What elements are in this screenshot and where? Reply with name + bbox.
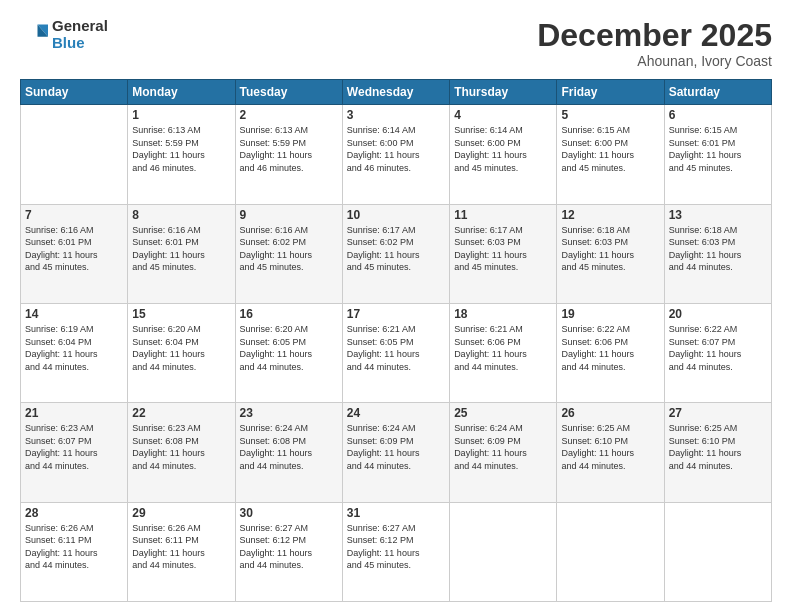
calendar-cell: 29Sunrise: 6:26 AMSunset: 6:11 PMDayligh… (128, 502, 235, 601)
cell-info: Sunrise: 6:20 AMSunset: 6:05 PMDaylight:… (240, 323, 338, 373)
calendar-cell: 20Sunrise: 6:22 AMSunset: 6:07 PMDayligh… (664, 303, 771, 402)
cell-info: Sunrise: 6:21 AMSunset: 6:06 PMDaylight:… (454, 323, 552, 373)
cell-info: Sunrise: 6:25 AMSunset: 6:10 PMDaylight:… (561, 422, 659, 472)
calendar-header-row: SundayMondayTuesdayWednesdayThursdayFrid… (21, 80, 772, 105)
cell-info: Sunrise: 6:16 AMSunset: 6:02 PMDaylight:… (240, 224, 338, 274)
day-header-sunday: Sunday (21, 80, 128, 105)
calendar-cell: 16Sunrise: 6:20 AMSunset: 6:05 PMDayligh… (235, 303, 342, 402)
day-number: 13 (669, 208, 767, 222)
location-subtitle: Ahounan, Ivory Coast (537, 53, 772, 69)
cell-info: Sunrise: 6:26 AMSunset: 6:11 PMDaylight:… (132, 522, 230, 572)
day-header-friday: Friday (557, 80, 664, 105)
calendar-cell: 12Sunrise: 6:18 AMSunset: 6:03 PMDayligh… (557, 204, 664, 303)
calendar-cell: 9Sunrise: 6:16 AMSunset: 6:02 PMDaylight… (235, 204, 342, 303)
day-number: 16 (240, 307, 338, 321)
calendar-cell: 18Sunrise: 6:21 AMSunset: 6:06 PMDayligh… (450, 303, 557, 402)
day-number: 31 (347, 506, 445, 520)
cell-info: Sunrise: 6:23 AMSunset: 6:07 PMDaylight:… (25, 422, 123, 472)
day-number: 14 (25, 307, 123, 321)
day-number: 11 (454, 208, 552, 222)
cell-info: Sunrise: 6:27 AMSunset: 6:12 PMDaylight:… (347, 522, 445, 572)
calendar-cell: 21Sunrise: 6:23 AMSunset: 6:07 PMDayligh… (21, 403, 128, 502)
cell-info: Sunrise: 6:17 AMSunset: 6:03 PMDaylight:… (454, 224, 552, 274)
day-number: 26 (561, 406, 659, 420)
calendar-cell: 19Sunrise: 6:22 AMSunset: 6:06 PMDayligh… (557, 303, 664, 402)
cell-info: Sunrise: 6:22 AMSunset: 6:07 PMDaylight:… (669, 323, 767, 373)
title-block: December 2025 Ahounan, Ivory Coast (537, 18, 772, 69)
page: General Blue December 2025 Ahounan, Ivor… (0, 0, 792, 612)
cell-info: Sunrise: 6:24 AMSunset: 6:09 PMDaylight:… (347, 422, 445, 472)
cell-info: Sunrise: 6:16 AMSunset: 6:01 PMDaylight:… (132, 224, 230, 274)
cell-info: Sunrise: 6:19 AMSunset: 6:04 PMDaylight:… (25, 323, 123, 373)
day-header-wednesday: Wednesday (342, 80, 449, 105)
day-number: 9 (240, 208, 338, 222)
calendar: SundayMondayTuesdayWednesdayThursdayFrid… (20, 79, 772, 602)
calendar-cell: 5Sunrise: 6:15 AMSunset: 6:00 PMDaylight… (557, 105, 664, 204)
calendar-cell: 17Sunrise: 6:21 AMSunset: 6:05 PMDayligh… (342, 303, 449, 402)
cell-info: Sunrise: 6:24 AMSunset: 6:08 PMDaylight:… (240, 422, 338, 472)
calendar-week-row: 28Sunrise: 6:26 AMSunset: 6:11 PMDayligh… (21, 502, 772, 601)
day-number: 7 (25, 208, 123, 222)
day-number: 20 (669, 307, 767, 321)
day-number: 30 (240, 506, 338, 520)
day-number: 27 (669, 406, 767, 420)
calendar-cell: 1Sunrise: 6:13 AMSunset: 5:59 PMDaylight… (128, 105, 235, 204)
cell-info: Sunrise: 6:18 AMSunset: 6:03 PMDaylight:… (561, 224, 659, 274)
month-title: December 2025 (537, 18, 772, 53)
calendar-cell: 28Sunrise: 6:26 AMSunset: 6:11 PMDayligh… (21, 502, 128, 601)
logo: General Blue (20, 18, 108, 51)
logo-text: General Blue (52, 18, 108, 51)
calendar-cell: 13Sunrise: 6:18 AMSunset: 6:03 PMDayligh… (664, 204, 771, 303)
day-header-thursday: Thursday (450, 80, 557, 105)
cell-info: Sunrise: 6:23 AMSunset: 6:08 PMDaylight:… (132, 422, 230, 472)
cell-info: Sunrise: 6:24 AMSunset: 6:09 PMDaylight:… (454, 422, 552, 472)
calendar-cell: 22Sunrise: 6:23 AMSunset: 6:08 PMDayligh… (128, 403, 235, 502)
day-number: 21 (25, 406, 123, 420)
header: General Blue December 2025 Ahounan, Ivor… (20, 18, 772, 69)
day-number: 22 (132, 406, 230, 420)
day-number: 24 (347, 406, 445, 420)
cell-info: Sunrise: 6:15 AMSunset: 6:00 PMDaylight:… (561, 124, 659, 174)
cell-info: Sunrise: 6:14 AMSunset: 6:00 PMDaylight:… (454, 124, 552, 174)
calendar-cell: 30Sunrise: 6:27 AMSunset: 6:12 PMDayligh… (235, 502, 342, 601)
day-number: 29 (132, 506, 230, 520)
calendar-cell: 6Sunrise: 6:15 AMSunset: 6:01 PMDaylight… (664, 105, 771, 204)
logo-blue: Blue (52, 35, 108, 52)
day-number: 4 (454, 108, 552, 122)
cell-info: Sunrise: 6:14 AMSunset: 6:00 PMDaylight:… (347, 124, 445, 174)
cell-info: Sunrise: 6:13 AMSunset: 5:59 PMDaylight:… (240, 124, 338, 174)
calendar-week-row: 7Sunrise: 6:16 AMSunset: 6:01 PMDaylight… (21, 204, 772, 303)
calendar-cell: 3Sunrise: 6:14 AMSunset: 6:00 PMDaylight… (342, 105, 449, 204)
day-number: 3 (347, 108, 445, 122)
cell-info: Sunrise: 6:22 AMSunset: 6:06 PMDaylight:… (561, 323, 659, 373)
cell-info: Sunrise: 6:20 AMSunset: 6:04 PMDaylight:… (132, 323, 230, 373)
day-number: 25 (454, 406, 552, 420)
day-number: 5 (561, 108, 659, 122)
cell-info: Sunrise: 6:21 AMSunset: 6:05 PMDaylight:… (347, 323, 445, 373)
calendar-cell: 25Sunrise: 6:24 AMSunset: 6:09 PMDayligh… (450, 403, 557, 502)
calendar-week-row: 21Sunrise: 6:23 AMSunset: 6:07 PMDayligh… (21, 403, 772, 502)
calendar-cell (664, 502, 771, 601)
calendar-cell: 27Sunrise: 6:25 AMSunset: 6:10 PMDayligh… (664, 403, 771, 502)
calendar-cell (557, 502, 664, 601)
day-number: 17 (347, 307, 445, 321)
day-header-saturday: Saturday (664, 80, 771, 105)
calendar-cell: 8Sunrise: 6:16 AMSunset: 6:01 PMDaylight… (128, 204, 235, 303)
day-number: 6 (669, 108, 767, 122)
calendar-cell: 26Sunrise: 6:25 AMSunset: 6:10 PMDayligh… (557, 403, 664, 502)
calendar-cell: 24Sunrise: 6:24 AMSunset: 6:09 PMDayligh… (342, 403, 449, 502)
logo-general: General (52, 18, 108, 35)
day-number: 15 (132, 307, 230, 321)
calendar-cell: 14Sunrise: 6:19 AMSunset: 6:04 PMDayligh… (21, 303, 128, 402)
day-number: 18 (454, 307, 552, 321)
calendar-cell: 11Sunrise: 6:17 AMSunset: 6:03 PMDayligh… (450, 204, 557, 303)
cell-info: Sunrise: 6:17 AMSunset: 6:02 PMDaylight:… (347, 224, 445, 274)
day-number: 12 (561, 208, 659, 222)
day-header-monday: Monday (128, 80, 235, 105)
calendar-cell: 15Sunrise: 6:20 AMSunset: 6:04 PMDayligh… (128, 303, 235, 402)
day-header-tuesday: Tuesday (235, 80, 342, 105)
calendar-week-row: 1Sunrise: 6:13 AMSunset: 5:59 PMDaylight… (21, 105, 772, 204)
calendar-cell: 4Sunrise: 6:14 AMSunset: 6:00 PMDaylight… (450, 105, 557, 204)
calendar-cell: 7Sunrise: 6:16 AMSunset: 6:01 PMDaylight… (21, 204, 128, 303)
day-number: 1 (132, 108, 230, 122)
